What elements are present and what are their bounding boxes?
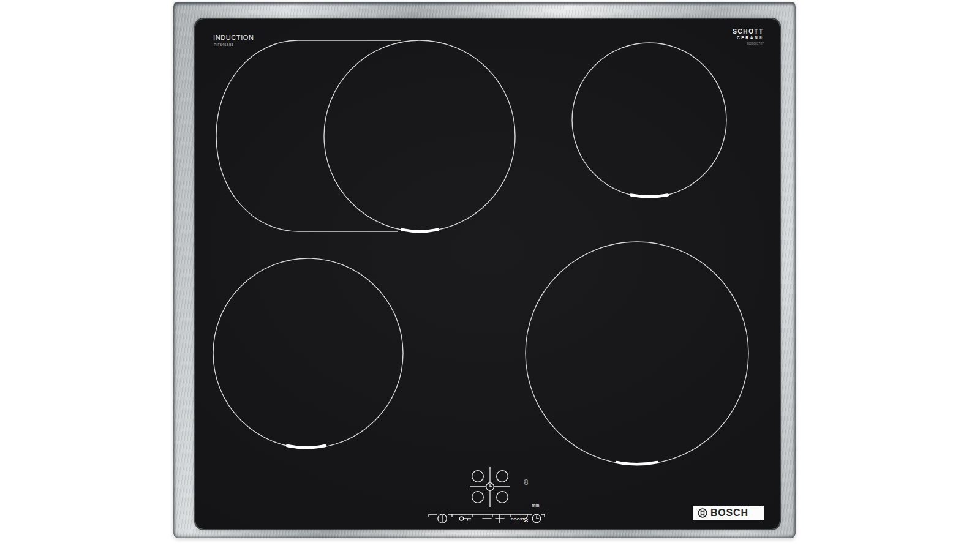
zone-rear-left-combi [216,40,515,231]
zone-front-left [213,258,403,448]
pan-position-mark [631,195,668,197]
product-photo-background: INDUCTION PIF645BB5 SCHOTT CERAN® 960660… [0,0,980,551]
pan-position-mark [287,446,325,448]
combi-circle-outline [324,40,515,231]
child-lock-key-icon [459,517,471,521]
min-label: min [532,503,539,508]
zone-circle-outline [526,242,748,465]
bosch-armature-icon [698,508,707,518]
plus-icon [496,514,504,523]
zone-front-right [526,242,748,465]
zone-select-front-left-icon [472,492,484,503]
boost-label: BOOST [511,517,525,521]
bosch-wordmark: BOSCH [710,508,748,518]
glass-markings: 8 min [195,19,780,529]
ceramic-glass-surface: INDUCTION PIF645BB5 SCHOTT CERAN® 960660… [195,19,780,529]
center-timer-clock-icon [486,483,494,491]
zone-select-front-right-icon [497,492,508,503]
pan-position-mark [617,462,657,464]
bosch-logo-band: BOSCH [693,506,764,520]
induction-hob-stainless-frame: INDUCTION PIF645BB5 SCHOTT CERAN® 960660… [173,2,796,538]
timer-clock-icon [532,514,541,523]
touch-control-row: BOOST [429,514,545,523]
zone-select-rear-left-icon [472,471,484,482]
zone-rear-right [572,43,726,197]
power-icon [438,514,447,523]
zone-selector-cross [470,467,510,507]
zone-circle-outline [572,43,726,197]
zone-select-rear-right-icon [497,471,508,482]
boost-control: BOOST [511,517,528,522]
zone-circle-outline [213,258,403,448]
combi-oval-extension-outline [216,40,401,231]
pan-position-mark [402,230,438,231]
timer-display: 8 [524,478,529,487]
